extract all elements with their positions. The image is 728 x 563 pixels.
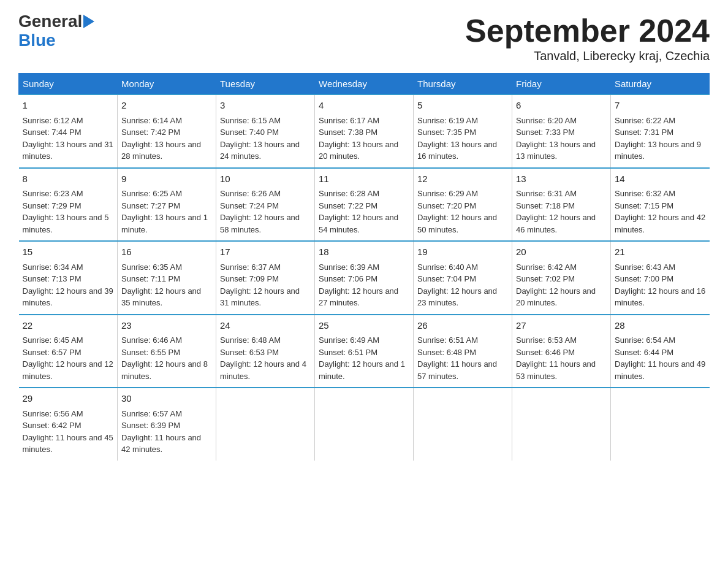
day-number: 16 [121,245,212,259]
day-number: 19 [417,245,508,259]
calendar-cell: 7Sunrise: 6:22 AMSunset: 7:31 PMDaylight… [611,94,710,168]
day-number: 4 [319,99,409,113]
day-number: 13 [516,172,607,186]
day-info: Sunrise: 6:51 AMSunset: 6:48 PMDaylight:… [417,335,497,381]
day-number: 1 [23,99,114,113]
day-info: Sunrise: 6:37 AMSunset: 7:09 PMDaylight:… [220,262,300,308]
calendar-cell: 24Sunrise: 6:48 AMSunset: 6:53 PMDayligh… [216,315,315,388]
calendar-cell: 18Sunrise: 6:39 AMSunset: 7:06 PMDayligh… [315,241,414,315]
logo-arrow-icon [83,15,94,28]
calendar-cell: 22Sunrise: 6:45 AMSunset: 6:57 PMDayligh… [19,315,118,388]
day-info: Sunrise: 6:39 AMSunset: 7:06 PMDaylight:… [319,262,398,308]
day-info: Sunrise: 6:25 AMSunset: 7:27 PMDaylight:… [121,189,208,234]
day-number: 9 [121,172,212,186]
day-info: Sunrise: 6:17 AMSunset: 7:38 PMDaylight:… [319,116,398,161]
day-info: Sunrise: 6:43 AMSunset: 7:00 PMDaylight:… [615,262,705,308]
calendar-cell: 16Sunrise: 6:35 AMSunset: 7:11 PMDayligh… [118,241,216,315]
calendar-cell: 20Sunrise: 6:42 AMSunset: 7:02 PMDayligh… [512,241,611,315]
logo-general: General [18,12,82,31]
day-info: Sunrise: 6:12 AMSunset: 7:44 PMDaylight:… [23,116,113,161]
title-block: September 2024 Tanvald, Liberecky kraj, … [465,12,710,63]
logo: General Blue [18,12,94,50]
day-number: 17 [220,245,311,259]
calendar-cell: 10Sunrise: 6:26 AMSunset: 7:24 PMDayligh… [216,168,315,242]
day-info: Sunrise: 6:15 AMSunset: 7:40 PMDaylight:… [220,116,300,161]
day-info: Sunrise: 6:28 AMSunset: 7:22 PMDaylight:… [319,189,398,234]
calendar-cell: 9Sunrise: 6:25 AMSunset: 7:27 PMDaylight… [118,168,216,242]
day-info: Sunrise: 6:22 AMSunset: 7:31 PMDaylight:… [615,116,701,161]
calendar-cell: 4Sunrise: 6:17 AMSunset: 7:38 PMDaylight… [315,94,414,168]
page: General Blue September 2024 Tanvald, Lib… [0,0,728,479]
calendar-cell: 8Sunrise: 6:23 AMSunset: 7:29 PMDaylight… [19,168,118,242]
logo-blue: Blue [18,31,94,50]
day-number: 18 [319,245,409,259]
day-info: Sunrise: 6:48 AMSunset: 6:53 PMDaylight:… [220,335,306,381]
calendar-cell: 15Sunrise: 6:34 AMSunset: 7:13 PMDayligh… [19,241,118,315]
calendar-cell: 3Sunrise: 6:15 AMSunset: 7:40 PMDaylight… [216,94,315,168]
calendar-week-row: 29Sunrise: 6:56 AMSunset: 6:42 PMDayligh… [19,388,710,461]
day-number: 5 [417,99,508,113]
calendar-cell: 13Sunrise: 6:31 AMSunset: 7:18 PMDayligh… [512,168,611,242]
calendar-cell: 25Sunrise: 6:49 AMSunset: 6:51 PMDayligh… [315,315,414,388]
calendar-cell [414,388,512,461]
day-number: 3 [220,99,311,113]
day-info: Sunrise: 6:57 AMSunset: 6:39 PMDaylight:… [121,409,201,454]
day-number: 23 [121,319,212,333]
day-info: Sunrise: 6:26 AMSunset: 7:24 PMDaylight:… [220,189,300,234]
day-info: Sunrise: 6:42 AMSunset: 7:02 PMDaylight:… [516,262,596,308]
calendar-cell [315,388,414,461]
calendar-cell: 2Sunrise: 6:14 AMSunset: 7:42 PMDaylight… [118,94,216,168]
day-info: Sunrise: 6:40 AMSunset: 7:04 PMDaylight:… [417,262,497,308]
day-number: 22 [23,319,114,333]
day-number: 21 [615,245,706,259]
weekday-header-saturday: Saturday [611,74,710,95]
calendar-cell [611,388,710,461]
calendar-cell: 28Sunrise: 6:54 AMSunset: 6:44 PMDayligh… [611,315,710,388]
day-info: Sunrise: 6:14 AMSunset: 7:42 PMDaylight:… [121,116,201,161]
calendar-cell: 1Sunrise: 6:12 AMSunset: 7:44 PMDaylight… [19,94,118,168]
day-number: 8 [23,172,114,186]
calendar-cell: 26Sunrise: 6:51 AMSunset: 6:48 PMDayligh… [414,315,512,388]
calendar-week-row: 1Sunrise: 6:12 AMSunset: 7:44 PMDaylight… [19,94,710,168]
day-number: 6 [516,99,607,113]
calendar-cell: 27Sunrise: 6:53 AMSunset: 6:46 PMDayligh… [512,315,611,388]
day-number: 12 [417,172,508,186]
page-subtitle: Tanvald, Liberecky kraj, Czechia [465,49,710,63]
calendar-week-row: 15Sunrise: 6:34 AMSunset: 7:13 PMDayligh… [19,241,710,315]
day-number: 2 [121,99,212,113]
day-info: Sunrise: 6:54 AMSunset: 6:44 PMDaylight:… [615,335,705,381]
calendar-cell: 6Sunrise: 6:20 AMSunset: 7:33 PMDaylight… [512,94,611,168]
day-number: 29 [23,392,114,406]
weekday-header-wednesday: Wednesday [315,74,414,95]
calendar-cell: 23Sunrise: 6:46 AMSunset: 6:55 PMDayligh… [118,315,216,388]
calendar-week-row: 8Sunrise: 6:23 AMSunset: 7:29 PMDaylight… [19,168,710,242]
page-title: September 2024 [465,12,710,49]
day-info: Sunrise: 6:56 AMSunset: 6:42 PMDaylight:… [23,409,113,454]
day-number: 26 [417,319,508,333]
day-info: Sunrise: 6:49 AMSunset: 6:51 PMDaylight:… [319,335,405,381]
day-number: 27 [516,319,607,333]
day-info: Sunrise: 6:34 AMSunset: 7:13 PMDaylight:… [23,262,113,308]
calendar-cell: 11Sunrise: 6:28 AMSunset: 7:22 PMDayligh… [315,168,414,242]
weekday-header-row: SundayMondayTuesdayWednesdayThursdayFrid… [19,74,710,95]
calendar-cell [216,388,315,461]
weekday-header-thursday: Thursday [414,74,512,95]
day-info: Sunrise: 6:31 AMSunset: 7:18 PMDaylight:… [516,189,596,234]
calendar-cell: 14Sunrise: 6:32 AMSunset: 7:15 PMDayligh… [611,168,710,242]
day-number: 11 [319,172,409,186]
day-info: Sunrise: 6:32 AMSunset: 7:15 PMDaylight:… [615,189,705,234]
day-number: 7 [615,99,706,113]
day-number: 15 [23,245,114,259]
calendar-cell: 12Sunrise: 6:29 AMSunset: 7:20 PMDayligh… [414,168,512,242]
calendar-cell: 5Sunrise: 6:19 AMSunset: 7:35 PMDaylight… [414,94,512,168]
day-number: 20 [516,245,607,259]
day-info: Sunrise: 6:35 AMSunset: 7:11 PMDaylight:… [121,262,201,308]
weekday-header-sunday: Sunday [19,74,118,95]
calendar-cell: 21Sunrise: 6:43 AMSunset: 7:00 PMDayligh… [611,241,710,315]
calendar-cell: 29Sunrise: 6:56 AMSunset: 6:42 PMDayligh… [19,388,118,461]
calendar-cell [512,388,611,461]
calendar-cell: 30Sunrise: 6:57 AMSunset: 6:39 PMDayligh… [118,388,216,461]
header: General Blue September 2024 Tanvald, Lib… [18,12,710,63]
day-number: 30 [121,392,212,406]
day-number: 14 [615,172,706,186]
